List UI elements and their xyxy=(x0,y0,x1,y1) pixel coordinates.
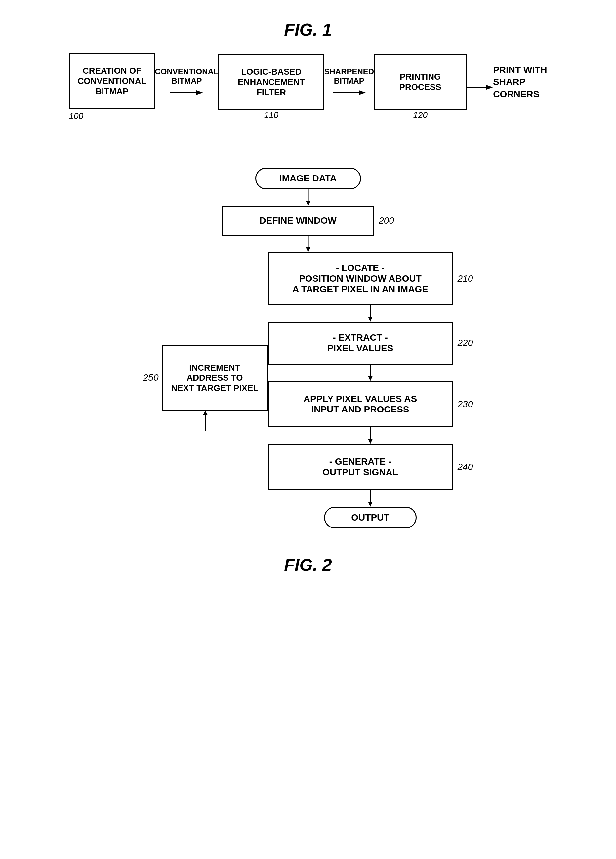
fig1-label-conventional: CONVENTIONALBITMAP xyxy=(155,67,218,86)
fig2-arrow-up-increment xyxy=(200,411,211,431)
fig2-ref230: 230 xyxy=(458,399,473,409)
svg-marker-1 xyxy=(196,90,203,95)
fig2-locate-row: - LOCATE -POSITION WINDOW ABOUTA TARGET … xyxy=(268,252,473,305)
fig2-left-col: 250 INCREMENT ADDRESS TONEXT TARGET PIXE… xyxy=(143,345,268,431)
fig2-apply-row: APPLY PIXEL VALUES ASINPUT AND PROCESS 2… xyxy=(268,381,473,427)
fig2-ref250: 250 xyxy=(143,372,159,383)
svg-marker-19 xyxy=(368,502,373,507)
fig2-output-box: OUTPUT xyxy=(324,507,417,528)
fig2-ref200: 200 xyxy=(378,216,394,226)
fig1-diagram: FIG. 1 CREATION OFCONVENTIONALBITMAP 100… xyxy=(20,13,596,128)
fig2-define-window-box: DEFINE WINDOW xyxy=(222,206,374,236)
fig1-arrow1-svg xyxy=(170,87,203,97)
fig1-flow: CREATION OFCONVENTIONALBITMAP 100 CONVEN… xyxy=(20,53,596,121)
fig2-top: IMAGE DATA DEFINE WINDOW 200 xyxy=(222,167,394,252)
fig1-box2: LOGIC-BASEDENHANCEMENTFILTER xyxy=(218,54,324,110)
fig2-diagram: IMAGE DATA DEFINE WINDOW 200 250 xyxy=(20,167,596,588)
fig1-arrow1-area: CONVENTIONALBITMAP xyxy=(155,67,218,97)
fig1-title: FIG. 1 xyxy=(284,20,331,40)
fig1-box1: CREATION OFCONVENTIONALBITMAP xyxy=(69,53,155,109)
fig2-ref210: 210 xyxy=(458,273,473,284)
fig2-ref220: 220 xyxy=(458,338,473,348)
fig1-box1-wrapper: CREATION OFCONVENTIONALBITMAP 100 xyxy=(69,53,155,121)
fig1-ref1: 100 xyxy=(69,111,83,121)
svg-marker-3 xyxy=(359,90,366,95)
fig2-arrow-imagedata-down xyxy=(303,189,313,206)
svg-marker-17 xyxy=(368,439,373,444)
fig2-arrow-apply-down xyxy=(365,427,375,444)
fig2-apply-box: APPLY PIXEL VALUES ASINPUT AND PROCESS xyxy=(268,381,453,427)
fig1-arrow3-area xyxy=(467,82,493,92)
fig1-box3: PRINTINGPROCESS xyxy=(374,54,467,110)
fig2-ref240: 240 xyxy=(458,462,473,472)
fig2-extract-box: - EXTRACT -PIXEL VALUES xyxy=(268,322,453,365)
fig2-increment-box: INCREMENT ADDRESS TONEXT TARGET PIXEL xyxy=(162,345,268,411)
fig2-extract-row: - EXTRACT -PIXEL VALUES 220 xyxy=(268,322,473,365)
fig1-ref2: 110 xyxy=(264,110,278,120)
fig1-arrow2-svg xyxy=(333,87,366,97)
fig1-box2-wrapper: LOGIC-BASEDENHANCEMENTFILTER 110 xyxy=(218,54,324,120)
fig2-arrow-extract-down xyxy=(365,365,375,381)
fig2-generate-box: - GENERATE -OUTPUT SIGNAL xyxy=(268,444,453,490)
fig1-output-label: PRINT WITHSHARPCORNERS xyxy=(493,64,547,100)
fig1-ref3: 120 xyxy=(413,110,427,120)
fig1-box3-wrapper: PRINTINGPROCESS 120 xyxy=(374,54,467,120)
svg-marker-5 xyxy=(486,85,493,89)
fig1-arrow2-area: SHARPENEDBITMAP xyxy=(324,67,374,97)
fig2-increment-row: 250 INCREMENT ADDRESS TONEXT TARGET PIXE… xyxy=(143,345,268,411)
svg-marker-13 xyxy=(368,317,373,322)
fig2-main-area: 250 INCREMENT ADDRESS TONEXT TARGET PIXE… xyxy=(20,252,596,528)
svg-marker-9 xyxy=(306,247,311,252)
fig2-center-col: - LOCATE -POSITION WINDOW ABOUTA TARGET … xyxy=(268,252,473,528)
svg-marker-15 xyxy=(368,376,373,381)
fig2-arrow-definewindow-down xyxy=(303,236,313,252)
fig2-arrow-locate-down xyxy=(365,305,375,322)
fig2-generate-row: - GENERATE -OUTPUT SIGNAL 240 xyxy=(268,444,473,490)
fig2-title: FIG. 2 xyxy=(284,555,331,575)
fig1-arrow3-svg xyxy=(467,82,493,92)
svg-marker-11 xyxy=(203,411,208,415)
fig2-define-window-row: DEFINE WINDOW 200 xyxy=(222,206,394,236)
fig2-arrow-generate-down xyxy=(365,490,375,507)
svg-marker-7 xyxy=(306,201,311,206)
fig1-label-sharpened: SHARPENEDBITMAP xyxy=(324,67,374,86)
fig2-image-data-box: IMAGE DATA xyxy=(255,167,361,189)
fig2-locate-box: - LOCATE -POSITION WINDOW ABOUTA TARGET … xyxy=(268,252,453,305)
